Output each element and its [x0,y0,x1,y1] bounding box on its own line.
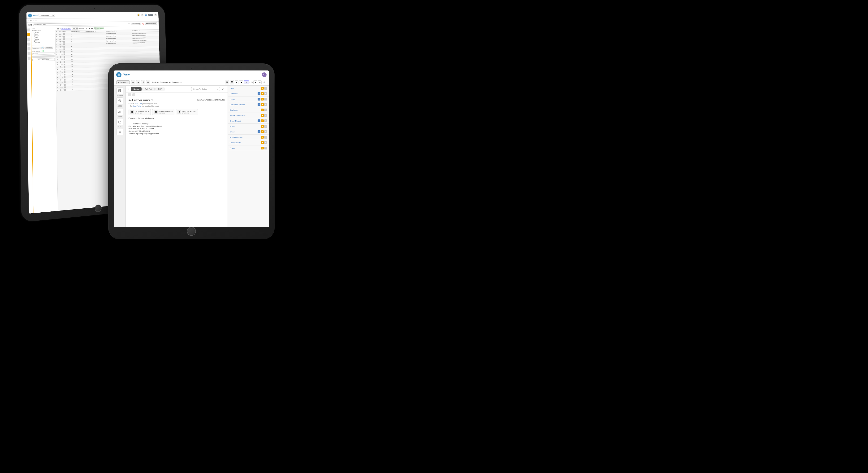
back-sidebar-icon-6[interactable] [28,52,30,55]
row-checkbox-20[interactable] [60,82,61,83]
front-rp-notes-icon-orange[interactable]: ▶ [261,125,264,128]
back-settings-icon[interactable]: ⚙ [154,13,157,16]
back-col-hash[interactable]: Hash Value ↑↓ [132,30,158,31]
front-home-button[interactable] [187,227,196,236]
front-rp-notes-icon-gray[interactable]: ✕ [264,125,267,128]
front-rp-privai-icon-orange[interactable]: ▶ [261,147,264,149]
row-checkbox-10[interactable] [60,56,61,57]
back-search-input[interactable] [33,23,127,26]
front-tab-pdf[interactable]: PDF [155,87,164,91]
back-col-fileid[interactable]: Internal File Id ↑↓ [71,31,85,32]
front-rp-relevanceai-icon-orange[interactable]: ▶ [261,141,264,144]
row-checkbox-6[interactable] [60,46,61,47]
front-sidebar-more[interactable] [117,129,123,135]
back-user-icon[interactable]: 👤 [145,13,147,16]
back-sidebar-icon-7[interactable] [28,57,30,60]
back-sidebar-icon-2[interactable] [27,33,30,36]
front-attachment-1[interactable]: 🖼 List of Articles 001.nf 576.78 KB [129,109,151,115]
back-view-search-check[interactable] [42,50,44,52]
back-page-input[interactable] [85,27,88,29]
back-grid-icon[interactable]: ⊞ [30,20,32,22]
row-checkbox-4[interactable] [60,41,61,42]
row-checkbox-16[interactable] [60,71,61,73]
front-fullscreen-btn[interactable]: ⤢ [262,80,267,84]
row-checkbox-3[interactable] [60,38,61,40]
row-checkbox-1[interactable] [59,34,61,35]
front-rp-relevanceai-icon-gray[interactable]: ✕ [264,141,267,144]
front-nav-last-btn[interactable]: ⏭ [258,81,261,84]
back-field-input[interactable] [32,52,55,55]
front-rp-emailthread-icon-orange[interactable]: ▶ [261,119,264,122]
front-action-btn-1[interactable]: ↩ [131,80,135,84]
back-help-icon[interactable]: ? [141,13,144,16]
back-sidebar-icon-3[interactable] [27,38,30,41]
back-refresh-icon[interactable]: ↻ [128,23,130,25]
row-checkbox-5[interactable] [60,43,61,45]
front-rp-metadata-icon-gray[interactable]: ✕ [264,92,267,95]
front-rp-metadata-icon-orange[interactable]: ▶ [261,92,264,95]
front-rp-tags-icon-gray[interactable]: ✕ [264,87,267,90]
front-exit-viewer-btn[interactable]: ◀ Exit Viewer [116,81,130,84]
front-rp-duplicate-icon-gray[interactable]: ✕ [264,109,267,111]
front-action-circle-2[interactable] [132,93,135,96]
back-include-family-btn[interactable]: Include Family [131,23,141,25]
front-tab-fulltext[interactable]: Full Text [143,87,155,91]
front-sidebar-documents[interactable]: Documents [117,88,123,96]
row-checkbox-21[interactable] [60,84,61,86]
front-rp-family-icon-blue[interactable]: ≡ [257,98,260,100]
front-rp-dochistory-icon-orange[interactable]: ▶ [261,103,264,106]
front-sidebar-fclv[interactable]: FCLV [117,119,123,127]
front-rp-email-icon-gray[interactable]: ✕ [264,130,267,133]
front-rp-similar-icon-orange[interactable]: ▶ [261,114,264,117]
back-sidebar-icon-1[interactable] [27,28,30,31]
back-radio-1[interactable] [28,24,30,26]
front-rp-family-icon-orange[interactable]: ▶ [261,98,264,100]
front-rp-emailthread-icon-blue[interactable]: ≡ [257,119,260,122]
back-nav-last[interactable]: ▶▶ [91,27,93,29]
back-col-custodian[interactable]: Custodian Name ↑↓ [85,30,105,32]
back-upload-icon[interactable]: ↑ [28,20,29,22]
back-bookmark-icon[interactable]: 🔖 [142,23,144,25]
front-rp-email-icon-blue[interactable]: ≡ [257,130,260,133]
front-rp-dochistory-icon-blue[interactable]: ≡ [257,103,260,106]
back-sidebar-icon-5[interactable] [27,47,30,50]
front-rp-tags-icon-orange[interactable]: ▶ [261,87,264,90]
back-save-search-btn[interactable]: 💾 Save Search [94,27,104,29]
row-checkbox-17[interactable] [60,74,61,76]
row-checkbox-18[interactable] [60,77,61,78]
row-checkbox-15[interactable] [60,69,61,70]
back-home-button[interactable] [95,204,102,212]
row-checkbox-23[interactable] [60,89,61,91]
back-advanced-search-btn[interactable]: Advanced Search [145,23,157,25]
front-user-avatar[interactable]: ST [262,72,267,77]
back-nav-prev[interactable]: ◀ [59,28,60,30]
front-nav-first-btn[interactable]: ⏮ [235,81,239,84]
front-rp-metadata-icon-blue[interactable]: ≡ [257,92,260,95]
front-attachment-3[interactable]: 🖼 List of Articles 003.nf 576.78 KB [176,109,198,115]
row-checkbox-22[interactable] [60,87,61,88]
back-sidebar-icon-4[interactable] [27,42,30,46]
front-sidebar-review-batches[interactable]: ReviewBatches [117,97,123,107]
row-checkbox-9[interactable] [60,54,61,55]
back-nav-next[interactable]: ▶ [89,27,90,29]
front-sidebar-reports[interactable]: Reports [117,109,123,117]
back-per-page[interactable]: 50 [72,27,79,30]
back-autorun-btn[interactable]: AUTO RUN [45,47,53,49]
back-search-small-icon[interactable]: 🔍 [41,47,44,49]
back-nav-first[interactable]: ◀◀ [57,28,59,30]
front-view-toggle-2[interactable]: ☰ [230,80,234,84]
front-rp-dochistory-icon-gray[interactable]: ✕ [264,103,267,106]
back-tree-notext[interactable]: No Text [34,41,54,43]
front-action-circle-1[interactable] [128,93,131,96]
row-checkbox-8[interactable] [60,51,61,52]
front-rp-privai-icon-gray[interactable]: ✕ [264,147,267,149]
front-rp-duplicate-icon-orange[interactable]: ▶ [261,109,264,111]
row-checkbox-19[interactable] [60,79,61,81]
front-rp-neardup-icon-orange[interactable]: ▶ [261,136,264,139]
back-col-tagcolor[interactable]: Tag Color ↑↓ [59,31,70,32]
front-rp-similar-icon-gray[interactable]: ✕ [264,114,267,117]
row-checkbox-7[interactable] [60,49,61,50]
front-nav-prev-btn[interactable]: ◀ [239,81,243,84]
front-tab-native[interactable]: Native [131,87,142,91]
front-nav-next-btn[interactable]: ▶ [253,81,257,84]
